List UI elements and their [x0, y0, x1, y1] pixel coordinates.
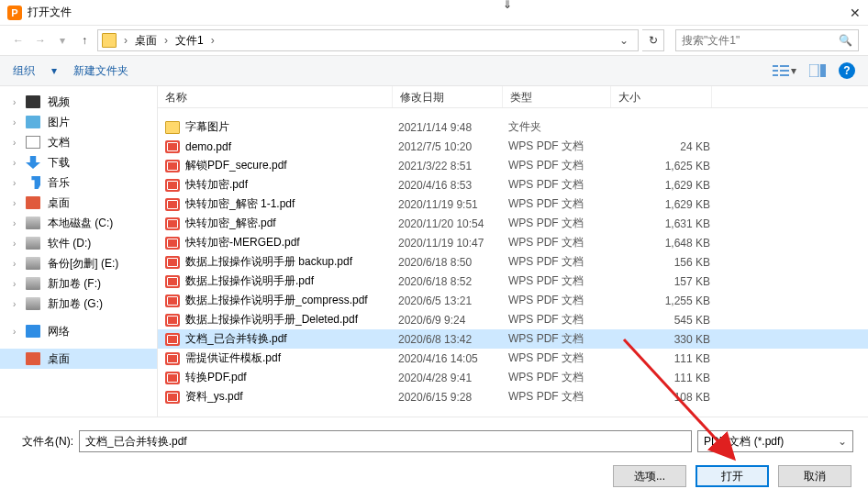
nav-history-dropdown[interactable]: ▾ — [53, 29, 72, 51]
breadcrumb[interactable]: › 桌面 › 文件1 › ⌄ — [97, 29, 639, 51]
window-title: 打开文件 — [28, 5, 839, 20]
file-name: 字幕图片 — [185, 119, 398, 135]
expand-icon: › — [13, 178, 16, 188]
table-row[interactable]: 需提供证件模板.pdf 2020/4/16 14:05 WPS PDF 文档 1… — [158, 349, 868, 368]
organize-menu[interactable]: 组织 — [13, 63, 35, 79]
column-type[interactable]: 类型 — [503, 86, 611, 107]
file-icon — [165, 314, 180, 327]
sidebar-item[interactable]: ›下载 — [0, 152, 157, 172]
file-pane: 名称 修改日期 类型 大小 字幕图片 2021/1/14 9:48 文件夹 de… — [158, 86, 868, 417]
options-button[interactable]: 选项... — [613, 465, 686, 487]
table-row[interactable]: 快转加密_解密 1-1.pdf 2020/11/19 9:51 WPS PDF … — [158, 194, 868, 214]
toolbar: 组织 ▾ 新建文件夹 ▾ ? — [0, 55, 868, 86]
nav-back-button[interactable]: ← — [9, 29, 28, 51]
sidebar-item[interactable]: ›视频 — [0, 92, 157, 112]
expand-icon: › — [13, 299, 16, 309]
breadcrumb-dropdown-icon[interactable]: ⌄ — [614, 34, 634, 47]
file-date: 2012/7/5 10:20 — [398, 140, 508, 153]
sidebar-item[interactable]: ›音乐 — [0, 172, 157, 193]
breadcrumb-crumb[interactable]: 桌面 — [133, 33, 159, 49]
search-icon[interactable]: 🔍 — [839, 34, 852, 47]
file-type: WPS PDF 文档 — [508, 177, 617, 193]
file-icon — [165, 179, 180, 192]
table-row[interactable]: 快转加密_解密.pdf 2020/11/20 10:54 WPS PDF 文档 … — [158, 214, 868, 233]
sidebar-item[interactable]: ›新加卷 (G:) — [0, 294, 157, 314]
sidebar-item[interactable]: ›新加卷 (F:) — [0, 273, 157, 294]
new-folder-button[interactable]: 新建文件夹 — [73, 63, 128, 79]
expand-icon: › — [13, 279, 16, 289]
sidebar-item[interactable]: ›文档 — [0, 132, 157, 152]
search-input[interactable] — [682, 34, 839, 47]
table-row[interactable]: 数据上报操作说明手册 backup.pdf 2020/6/18 8:50 WPS… — [158, 252, 868, 272]
file-date: 2020/4/28 9:41 — [398, 372, 508, 384]
expand-icon: › — [13, 117, 16, 128]
file-icon — [165, 352, 180, 365]
column-name[interactable]: 名称 — [158, 86, 393, 107]
sidebar-item[interactable]: ›本地磁盘 (C:) — [0, 213, 157, 233]
toolbar-dropdown-icon[interactable]: ▾ — [51, 64, 57, 77]
file-size: 108 KB — [617, 391, 710, 404]
view-mode-button[interactable]: ▾ — [773, 61, 796, 80]
column-headers: 名称 修改日期 类型 大小 — [158, 86, 868, 108]
table-row[interactable]: 字幕图片 2021/1/14 9:48 文件夹 — [158, 117, 868, 137]
sidebar-item[interactable]: ›软件 (D:) — [0, 233, 157, 253]
help-button[interactable]: ? — [839, 62, 855, 79]
file-type: WPS PDF 文档 — [508, 196, 617, 212]
file-list[interactable]: 字幕图片 2021/1/14 9:48 文件夹 demo.pdf 2012/7/… — [158, 108, 868, 417]
filetype-filter[interactable]: PDF 文档 (*.pdf) ⌄ — [697, 430, 853, 452]
sidebar: ›视频›图片›文档›下载›音乐›桌面›本地磁盘 (C:)›软件 (D:)›备份[… — [0, 86, 158, 417]
file-type: WPS PDF 文档 — [508, 331, 617, 347]
expand-icon: › — [13, 97, 16, 107]
file-size: 1,648 KB — [617, 237, 710, 250]
column-size[interactable]: 大小 — [611, 86, 712, 107]
file-type: WPS PDF 文档 — [508, 216, 617, 231]
table-row[interactable]: 转换PDF.pdf 2020/4/28 9:41 WPS PDF 文档 111 … — [158, 368, 868, 387]
sidebar-item-label: 软件 (D:) — [48, 236, 91, 251]
nav-forward-button[interactable]: → — [31, 29, 50, 51]
file-name: 转换PDF.pdf — [185, 370, 398, 385]
breadcrumb-crumb[interactable]: 文件1 — [173, 33, 206, 49]
table-row[interactable]: 资料_ys.pdf 2020/6/15 9:28 WPS PDF 文档 108 … — [158, 387, 868, 406]
column-date[interactable]: 修改日期 — [393, 86, 503, 107]
preview-pane-button[interactable] — [806, 61, 829, 80]
file-icon — [165, 333, 180, 346]
table-row[interactable]: 解锁PDF_secure.pdf 2021/3/22 8:51 WPS PDF … — [158, 156, 868, 175]
table-row[interactable]: 数据上报操作说明手册.pdf 2020/6/18 8:52 WPS PDF 文档… — [158, 272, 868, 291]
navbar: ← → ▾ ↑ › 桌面 › 文件1 › ⌄ ↻ 🔍 — [0, 26, 868, 55]
table-row[interactable] — [158, 108, 868, 117]
sidebar-item-network[interactable]: ›网络 — [0, 321, 157, 341]
folder-icon — [102, 33, 117, 48]
open-button[interactable]: 打开 — [696, 465, 769, 487]
file-type: WPS PDF 文档 — [508, 350, 617, 366]
sidebar-item-label: 网络 — [48, 324, 70, 339]
bottom-panel: 文件名(N): PDF 文档 (*.pdf) ⌄ 选项... 打开 取消 — [0, 417, 868, 489]
main-area: ›视频›图片›文档›下载›音乐›桌面›本地磁盘 (C:)›软件 (D:)›备份[… — [0, 86, 868, 417]
close-button[interactable]: ✕ — [839, 6, 861, 20]
sidebar-item-desktop[interactable]: 桌面 — [0, 349, 157, 369]
filename-input[interactable] — [79, 430, 692, 452]
sidebar-item-label: 新加卷 (G:) — [48, 296, 103, 312]
sidebar-item[interactable]: ›图片 — [0, 112, 157, 132]
table-row[interactable]: demo.pdf 2012/7/5 10:20 WPS PDF 文档 24 KB — [158, 137, 868, 156]
table-row[interactable]: 快转加密-MERGED.pdf 2020/11/19 10:47 WPS PDF… — [158, 233, 868, 252]
ic-desk-icon — [26, 196, 40, 209]
cancel-button[interactable]: 取消 — [778, 465, 851, 487]
ic-disk-icon — [26, 297, 40, 310]
file-date: 2020/4/16 14:05 — [398, 352, 508, 365]
table-row[interactable]: 数据上报操作说明手册_compress.pdf 2020/6/5 13:21 W… — [158, 291, 868, 310]
sidebar-item-label: 下载 — [48, 155, 70, 171]
svg-rect-6 — [809, 64, 818, 77]
refresh-button[interactable]: ↻ — [642, 29, 664, 51]
table-row[interactable]: 文档_已合并转换.pdf 2020/6/8 13:42 WPS PDF 文档 3… — [158, 329, 868, 349]
file-icon — [165, 275, 180, 288]
file-name: 快转加密_解密.pdf — [185, 216, 398, 231]
table-row[interactable]: 数据上报操作说明手册_Deleted.pdf 2020/6/9 9:24 WPS… — [158, 310, 868, 329]
sidebar-item[interactable]: ›桌面 — [0, 193, 157, 213]
search-box[interactable]: 🔍 — [675, 29, 859, 51]
nav-up-button[interactable]: ↑ — [75, 29, 94, 51]
sidebar-item[interactable]: ›备份[勿删] (E:) — [0, 253, 157, 273]
file-date: 2021/3/22 8:51 — [398, 160, 508, 172]
table-row[interactable]: 快转加密.pdf 2020/4/16 8:53 WPS PDF 文档 1,629… — [158, 175, 868, 194]
ic-video-icon — [26, 95, 40, 108]
ic-pic-icon — [26, 116, 40, 128]
